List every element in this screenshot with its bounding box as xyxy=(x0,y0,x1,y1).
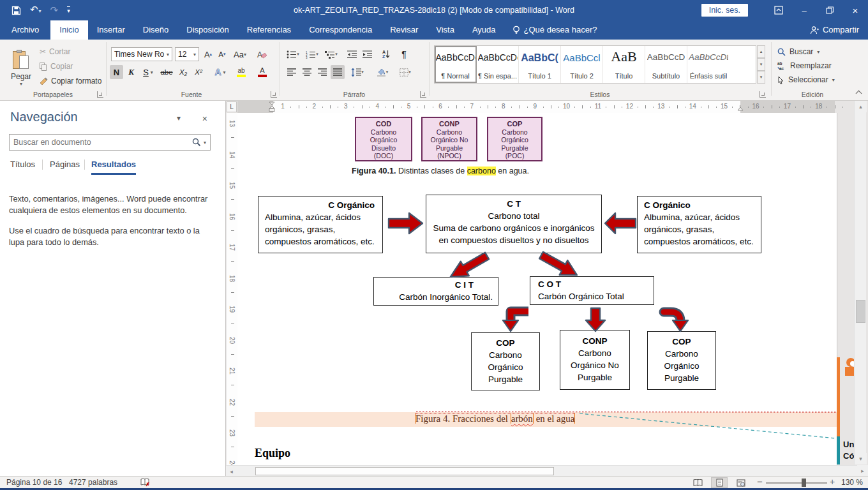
show-marks-button[interactable]: ¶ xyxy=(397,47,411,61)
word-count[interactable]: 4727 palabras xyxy=(69,477,117,489)
horizontal-scrollbar[interactable]: ◂ xyxy=(226,465,868,476)
minimize-button[interactable]: – xyxy=(791,0,817,20)
tab-correspondencia[interactable]: Correspondencia xyxy=(300,20,381,40)
zoom-level[interactable]: 130 % xyxy=(841,477,863,489)
justify-button[interactable] xyxy=(331,65,345,79)
increase-indent-button[interactable] xyxy=(360,47,374,61)
align-right-button[interactable] xyxy=(315,65,329,79)
select-button[interactable]: Seleccionar▾ xyxy=(777,74,848,85)
tab-diseno[interactable]: Diseño xyxy=(134,20,177,40)
highlight-color-button[interactable]: ab xyxy=(231,65,251,79)
font-name-combo[interactable]: Times New Ro▾ xyxy=(111,47,172,61)
collapse-ribbon-button[interactable] xyxy=(853,88,864,98)
underline-button[interactable]: S▾ xyxy=(139,65,157,79)
scroll-up-arrow[interactable]: ▴ xyxy=(855,101,867,112)
line-spacing-button[interactable]: ▾ xyxy=(348,65,366,79)
nav-tab-titulos[interactable]: Títulos xyxy=(10,160,35,169)
style-subtitulo[interactable]: AaBbCcDSubtítulo xyxy=(645,46,687,83)
styles-scroll-down[interactable]: ▾ xyxy=(757,58,765,71)
vertical-scrollbar[interactable]: ▴ ▾ xyxy=(854,101,866,464)
bold-button[interactable]: N xyxy=(110,65,123,79)
scroll-right-arrow[interactable]: ▸ xyxy=(857,465,868,476)
text-effects-button[interactable]: A▾ xyxy=(211,65,230,79)
nav-search-box[interactable]: ▾ xyxy=(9,134,211,151)
paragraph-dialog-launcher[interactable] xyxy=(420,91,426,98)
find-button[interactable]: Buscar▾ xyxy=(777,46,841,57)
scroll-left-arrow[interactable]: ◂ xyxy=(226,466,237,477)
zoom-slider-thumb[interactable] xyxy=(802,479,806,487)
styles-more-button[interactable]: ▾ xyxy=(757,71,765,84)
styles-dialog-launcher[interactable] xyxy=(760,91,766,98)
nav-tab-resultados[interactable]: Resultados xyxy=(91,160,136,175)
page-indicator[interactable]: Página 10 de 16 xyxy=(6,477,62,489)
style-enfasis-sutil[interactable]: AaBbCcDtÉnfasis sutil xyxy=(687,46,730,83)
tab-ayuda[interactable]: Ayuda xyxy=(463,20,505,40)
align-center-button[interactable] xyxy=(300,65,314,79)
font-dialog-launcher[interactable] xyxy=(271,91,277,98)
vertical-ruler[interactable]: 131415161718192021222324 xyxy=(227,113,238,465)
replace-button[interactable]: abac Reemplazar xyxy=(777,60,848,71)
web-layout-button[interactable] xyxy=(733,477,749,488)
shading-button[interactable]: ▾ xyxy=(373,65,392,79)
tab-revisar[interactable]: Revisar xyxy=(381,20,427,40)
style-titulo-1[interactable]: AaBbC(Título 1 xyxy=(519,46,561,83)
decrease-indent-button[interactable] xyxy=(345,47,359,61)
style-sin-espaciado[interactable]: AaBbCcDc¶ Sin espa... xyxy=(477,46,519,83)
paste-button[interactable]: Pegar ▾ xyxy=(6,45,36,92)
shrink-font-button[interactable]: A▾ xyxy=(216,47,228,61)
nav-search-icon[interactable] xyxy=(192,138,201,147)
share-button[interactable]: Compartir xyxy=(810,20,859,40)
nav-pane-close-icon[interactable]: × xyxy=(202,114,207,124)
spellcheck-icon[interactable]: ✗ xyxy=(140,478,151,487)
indent-markers-icon[interactable] xyxy=(268,101,277,112)
numbering-button[interactable]: 123▾ xyxy=(304,47,320,61)
subscript-button[interactable]: X₂ xyxy=(176,65,190,79)
nav-pane-options-caret[interactable]: ▾ xyxy=(177,114,181,122)
vertical-scroll-thumb[interactable] xyxy=(856,300,865,323)
italic-button[interactable]: K xyxy=(124,65,138,79)
nav-search-input[interactable] xyxy=(10,138,192,147)
font-color-button[interactable]: A xyxy=(253,65,272,79)
sort-button[interactable]: AZ xyxy=(378,47,394,61)
tell-me-box[interactable]: ¿Qué desea hacer? xyxy=(513,20,597,40)
tab-vista[interactable]: Vista xyxy=(427,20,463,40)
style-titulo[interactable]: AaBTítulo xyxy=(603,46,645,83)
grow-font-button[interactable]: A▴ xyxy=(202,47,214,61)
tab-inicio[interactable]: Inicio xyxy=(50,20,87,40)
ribbon-display-options-icon[interactable] xyxy=(766,0,791,20)
zoom-slider-track[interactable] xyxy=(766,482,827,484)
borders-button[interactable]: ▾ xyxy=(396,65,415,79)
tab-referencias[interactable]: Referencias xyxy=(238,20,300,40)
horizontal-scroll-thumb[interactable] xyxy=(255,467,554,475)
read-mode-button[interactable] xyxy=(689,477,706,488)
zoom-out-button[interactable]: − xyxy=(757,475,763,487)
clipboard-dialog-launcher[interactable] xyxy=(97,91,103,98)
h-ruler-dot xyxy=(290,107,291,108)
style-titulo-2[interactable]: AaBbCclTítulo 2 xyxy=(561,46,603,83)
nav-search-caret[interactable]: ▾ xyxy=(204,140,206,145)
clear-formatting-button[interactable]: A xyxy=(254,47,269,61)
change-case-button[interactable]: Aa▾ xyxy=(231,47,249,61)
tab-archivo[interactable]: Archivo xyxy=(0,20,50,40)
print-layout-button[interactable] xyxy=(711,477,728,488)
sign-in-button[interactable]: Inic. ses. xyxy=(701,4,748,17)
strikethrough-button[interactable]: abe xyxy=(158,65,175,79)
zoom-in-button[interactable]: + xyxy=(830,476,835,488)
nav-tab-paginas[interactable]: Páginas xyxy=(50,160,80,169)
tab-selector[interactable]: L xyxy=(227,101,237,112)
horizontal-ruler[interactable]: L 123456789101112131415161718 xyxy=(226,101,868,113)
styles-scroll-up[interactable]: ▴ xyxy=(757,45,765,58)
scroll-down-arrow[interactable]: ▾ xyxy=(855,453,867,464)
tab-insertar[interactable]: Insertar xyxy=(88,20,134,40)
bullets-button[interactable]: ▾ xyxy=(285,47,301,61)
superscript-button[interactable]: X² xyxy=(191,65,206,79)
style-normal[interactable]: AaBbCcDc¶ Normal xyxy=(435,46,477,83)
align-left-button[interactable] xyxy=(285,65,299,79)
font-size-combo[interactable]: 12▾ xyxy=(175,47,199,61)
restore-button[interactable] xyxy=(817,0,842,20)
multilevel-list-button[interactable]: ▾ xyxy=(323,47,340,61)
tab-disposicion[interactable]: Disposición xyxy=(177,20,237,40)
format-painter-button[interactable]: Copiar formato xyxy=(40,75,108,87)
right-indent-marker-icon[interactable] xyxy=(737,105,744,112)
close-button[interactable]: × xyxy=(842,0,868,20)
